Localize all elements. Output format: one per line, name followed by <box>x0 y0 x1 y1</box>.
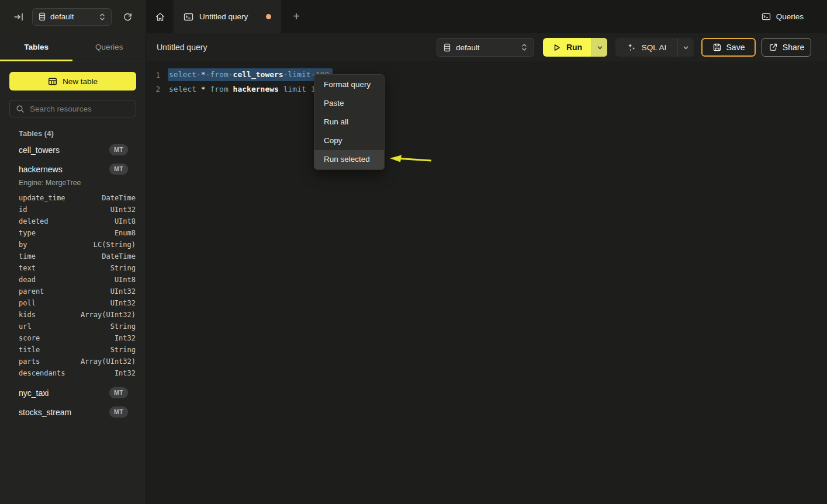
column-type: String <box>110 322 136 331</box>
new-tab-button[interactable]: + <box>284 0 309 33</box>
whitespace: · <box>283 70 288 79</box>
column-type: UInt8 <box>115 217 136 225</box>
column-name: url <box>19 322 32 331</box>
column-row: idUInt32 <box>19 204 136 215</box>
column-type: Array(UInt32) <box>81 357 136 366</box>
token-kw: select <box>169 70 196 79</box>
refresh-icon <box>123 12 133 22</box>
token-kw: limit <box>283 85 306 93</box>
save-button[interactable]: Save <box>701 38 756 57</box>
top-bar-left: default <box>0 0 146 33</box>
engine-badge: MT <box>109 387 128 398</box>
share-button-label: Share <box>783 43 804 52</box>
table-row[interactable]: nyc_taxiMT <box>0 383 146 402</box>
new-table-button[interactable]: New table <box>9 72 136 91</box>
play-icon <box>552 43 561 52</box>
home-icon <box>155 12 165 22</box>
tables-list: cell_towersMThackernewsMTEngine: MergeTr… <box>0 140 146 422</box>
token-kw: select <box>169 85 196 93</box>
menu-item-run-all[interactable]: Run all <box>314 113 384 131</box>
column-type: UInt8 <box>115 276 136 284</box>
sql-ai-options-button[interactable] <box>677 38 694 57</box>
terminal-icon <box>184 12 193 22</box>
column-row: partsArray(UInt32) <box>19 356 136 367</box>
column-name: descendants <box>19 369 65 377</box>
run-options-button[interactable] <box>591 38 607 57</box>
sql-ai-label: SQL AI <box>642 43 666 52</box>
column-name: parts <box>19 357 40 366</box>
query-database-selector[interactable]: default <box>437 38 534 57</box>
top-bar: default <box>0 0 827 33</box>
column-name: type <box>19 229 36 237</box>
query-header: Untitled query default <box>146 33 827 61</box>
column-type: UInt32 <box>110 206 136 214</box>
column-row: byLC(String) <box>19 239 136 251</box>
code-text: select * from hackernews limit 100 <box>169 85 324 93</box>
column-name: kids <box>19 311 36 319</box>
line-number: 2 <box>146 85 160 93</box>
column-row: textString <box>19 262 136 274</box>
sql-editor[interactable]: 1select·*·from·cell_towers·limit·1002sel… <box>146 61 827 504</box>
column-name: parent <box>19 287 44 296</box>
code-line[interactable]: 2select * from hackernews limit 100 <box>146 82 827 96</box>
whitespace <box>196 85 201 93</box>
token-kw: limit <box>288 70 311 79</box>
token-op: * <box>201 85 206 93</box>
chevron-up-down-icon <box>521 43 528 52</box>
column-type: UInt32 <box>110 287 136 296</box>
active-tab-underline <box>0 60 72 61</box>
whitespace: · <box>229 70 233 79</box>
table-row[interactable]: hackernewsMT <box>0 159 146 179</box>
column-row: typeEnum8 <box>19 227 136 239</box>
whitespace <box>229 85 233 93</box>
new-table-label: New table <box>63 77 98 86</box>
code-lines: 1select·*·from·cell_towers·limit·1002sel… <box>146 68 827 96</box>
collapse-sidebar-icon <box>13 12 24 22</box>
engine-badge: MT <box>109 406 128 418</box>
home-button[interactable] <box>146 0 174 33</box>
menu-item-copy[interactable]: Copy <box>314 131 384 150</box>
menu-item-run-selected[interactable]: Run selected <box>314 150 384 169</box>
table-row[interactable]: stocks_streamMT <box>0 402 146 422</box>
database-selector[interactable]: default <box>32 8 112 26</box>
column-name: by <box>19 241 27 249</box>
query-database-value: default <box>456 43 480 52</box>
column-type: Enum8 <box>115 229 136 237</box>
share-icon <box>769 43 778 52</box>
engine-badge: MT <box>109 164 128 175</box>
column-row: deletedUInt8 <box>19 215 136 227</box>
table-name: stocks_stream <box>19 408 71 417</box>
table-row[interactable]: cell_towersMT <box>0 140 146 159</box>
queries-button[interactable]: Queries <box>762 0 804 33</box>
column-name: score <box>19 334 40 342</box>
engine-badge: MT <box>109 144 128 155</box>
column-row: parentUInt32 <box>19 286 136 297</box>
database-icon <box>443 43 451 52</box>
token-kw: from <box>210 85 228 93</box>
column-type: Array(UInt32) <box>81 311 136 319</box>
sidebar-tab-queries[interactable]: Queries <box>73 33 146 61</box>
sidebar-tab-tables[interactable]: Tables <box>0 33 73 61</box>
run-button[interactable]: Run <box>543 38 591 57</box>
run-button-label: Run <box>566 43 582 52</box>
column-name: update_time <box>19 194 65 202</box>
refresh-button[interactable] <box>120 9 135 25</box>
chevron-up-down-icon <box>99 12 106 22</box>
token-tbl: hackernews <box>233 85 279 93</box>
tab-untitled-query[interactable]: Untitled query <box>174 0 281 33</box>
tab-label: Untitled query <box>199 12 248 21</box>
menu-item-paste[interactable]: Paste <box>314 94 384 113</box>
column-type: String <box>110 264 136 272</box>
share-button[interactable]: Share <box>762 38 811 57</box>
code-line[interactable]: 1select·*·from·cell_towers·limit·100 <box>146 68 827 82</box>
menu-item-format-query[interactable]: Format query <box>314 75 384 94</box>
search-input[interactable]: Search resources <box>9 100 136 117</box>
sql-ai-button[interactable]: SQL AI <box>615 38 677 57</box>
sidebar: Tables Queries New table Search resource… <box>0 33 146 504</box>
column-type: UInt32 <box>110 299 136 307</box>
column-name: title <box>19 346 40 354</box>
whitespace <box>279 85 283 93</box>
collapse-sidebar-button[interactable] <box>12 10 26 24</box>
search-placeholder: Search resources <box>30 105 92 113</box>
token-op: * <box>201 70 206 79</box>
